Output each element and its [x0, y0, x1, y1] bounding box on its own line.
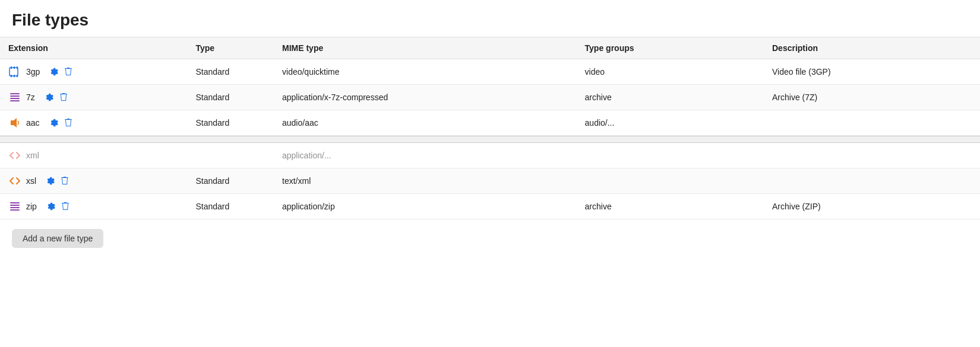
col-header-extension: Extension [0, 37, 187, 59]
delete-icon[interactable] [60, 176, 69, 186]
delete-icon[interactable] [61, 202, 70, 211]
svg-rect-2 [14, 66, 15, 69]
scroll-gap [0, 136, 980, 143]
description-cell: Archive (7Z) [764, 85, 980, 110]
typegroups-cell [577, 143, 764, 168]
svg-rect-10 [10, 100, 20, 101]
action-icons [49, 118, 73, 128]
action-icons [45, 93, 68, 102]
action-icons [46, 202, 70, 211]
page-title: File types [0, 0, 980, 37]
settings-icon[interactable] [45, 93, 54, 102]
table-header-row: Extension Type MIME type Type groups Des… [0, 37, 980, 59]
type-cell: Standard [187, 85, 274, 110]
extension-name: 7z [26, 93, 35, 102]
extension-cell: xml [8, 149, 179, 162]
description-cell [764, 143, 980, 168]
svg-rect-15 [10, 209, 20, 211]
type-cell: Standard [187, 168, 274, 194]
svg-rect-7 [10, 93, 20, 94]
mime-cell: application/... [274, 143, 577, 168]
delete-icon[interactable] [59, 93, 68, 102]
mime-cell: application/zip [274, 194, 577, 219]
typegroups-cell [577, 168, 764, 194]
table-row: xml application/... [0, 143, 980, 168]
file-types-table-bottom: xml application/... xsl [0, 143, 980, 219]
col-header-typegroups: Type groups [577, 37, 764, 59]
extension-cell: aac [8, 116, 179, 129]
svg-rect-13 [10, 205, 20, 206]
type-cell: Standard [187, 59, 274, 85]
extension-name: 3gp [26, 67, 40, 77]
page-container: File types Extension Type MIME type Type… [0, 0, 980, 347]
settings-icon[interactable] [46, 176, 55, 186]
svg-rect-0 [10, 68, 18, 76]
table-row: zip Standardapplication/ziparchiveArchiv… [0, 194, 980, 219]
type-cell [187, 143, 274, 168]
settings-icon[interactable] [49, 67, 59, 77]
bottom-table-wrapper: xml application/... xsl [0, 143, 980, 219]
settings-icon[interactable] [46, 202, 56, 211]
file-type-icon [8, 149, 21, 162]
action-icons [49, 67, 73, 77]
svg-rect-4 [11, 75, 12, 77]
svg-rect-8 [10, 95, 20, 97]
table-row: 7z Standardapplication/x-7z-compressedar… [0, 85, 980, 110]
type-cell: Standard [187, 194, 274, 219]
extension-name: aac [26, 118, 40, 128]
typegroups-cell: archive [577, 85, 764, 110]
typegroups-cell: audio/... [577, 110, 764, 136]
delete-icon[interactable] [64, 118, 73, 128]
file-type-icon [8, 200, 21, 213]
top-table-wrapper: Extension Type MIME type Type groups Des… [0, 37, 980, 136]
extension-name: zip [26, 202, 37, 211]
svg-rect-5 [14, 75, 15, 77]
bottom-section: xml application/... xsl [0, 143, 980, 219]
svg-rect-6 [17, 75, 18, 77]
delete-icon[interactable] [64, 67, 73, 77]
description-cell: Video file (3GP) [764, 59, 980, 85]
description-cell [764, 110, 980, 136]
svg-rect-14 [10, 207, 20, 208]
description-cell: Archive (ZIP) [764, 194, 980, 219]
extension-cell: xsl [8, 174, 179, 187]
extension-cell: 7z [8, 91, 179, 104]
mime-cell: video/quicktime [274, 59, 577, 85]
file-type-icon [8, 91, 21, 104]
extension-name: xsl [26, 176, 36, 186]
mime-cell: text/xml [274, 168, 577, 194]
table-row: aac Standardaudio/aacaudio/... [0, 110, 980, 136]
file-type-icon [8, 174, 21, 187]
svg-rect-3 [17, 66, 18, 69]
extension-cell: zip [8, 200, 179, 213]
mime-cell: audio/aac [274, 110, 577, 136]
svg-rect-12 [10, 202, 20, 203]
file-type-icon [8, 65, 21, 78]
typegroups-cell: video [577, 59, 764, 85]
extension-cell: 3gp [8, 65, 179, 78]
top-section: Extension Type MIME type Type groups Des… [0, 37, 980, 136]
settings-icon[interactable] [49, 118, 59, 128]
action-icons [46, 176, 69, 186]
type-cell: Standard [187, 110, 274, 136]
svg-rect-9 [10, 98, 20, 99]
col-header-type: Type [187, 37, 274, 59]
file-types-table-top: Extension Type MIME type Type groups Des… [0, 37, 980, 136]
extension-name: xml [26, 151, 39, 160]
mime-cell: application/x-7z-compressed [274, 85, 577, 110]
svg-marker-11 [11, 118, 17, 128]
svg-rect-1 [11, 66, 12, 69]
add-new-file-type-button[interactable]: Add a new file type [12, 229, 103, 248]
col-header-mime: MIME type [274, 37, 577, 59]
col-header-description: Description [764, 37, 980, 59]
file-type-icon [8, 116, 21, 129]
typegroups-cell: archive [577, 194, 764, 219]
description-cell [764, 168, 980, 194]
table-row: xsl Standardtext/xml [0, 168, 980, 194]
table-row: 3gp Standardvideo/quicktimevideoVideo fi… [0, 59, 980, 85]
